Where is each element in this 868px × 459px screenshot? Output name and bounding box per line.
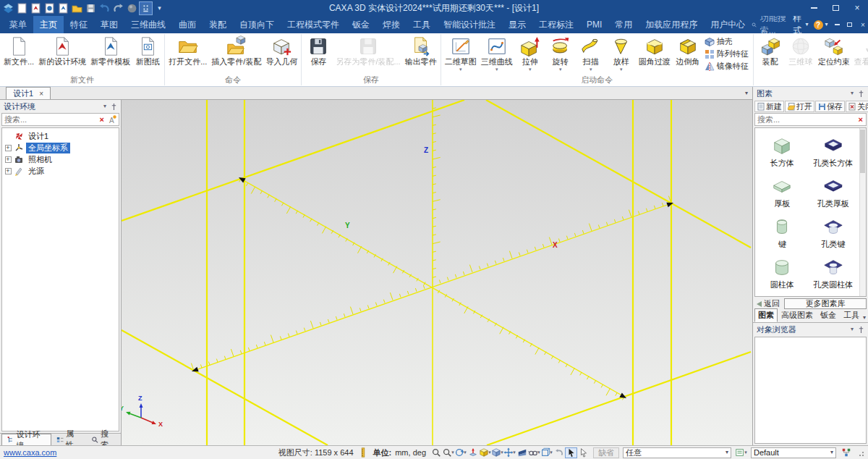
ribbon-tab-PMI[interactable]: PMI <box>580 16 608 33</box>
new-drawing-icon[interactable] <box>57 2 69 14</box>
catalog-item-孔类键[interactable]: 孔类键 <box>808 216 859 250</box>
ribbon-tab-装配[interactable]: 装配 <box>203 16 233 33</box>
config-sheet-icon[interactable]: ▾ <box>735 447 747 458</box>
shaded-mode-icon[interactable]: ▾ <box>491 447 503 458</box>
ribbon-button-扫描[interactable]: 扫描▾ <box>576 34 606 72</box>
expand-icon[interactable]: + <box>5 145 12 151</box>
help-dropdown[interactable]: ? ▾ <box>814 20 828 30</box>
zoom-options-icon[interactable]: ▾ <box>442 447 454 458</box>
expand-icon[interactable]: + <box>5 168 12 174</box>
ribbon-tab-加载应用程序[interactable]: 加载应用程序 <box>639 16 704 33</box>
catalog-item-孔类圆柱体[interactable]: 孔类圆柱体 <box>808 257 859 290</box>
catalog-tab-钣金[interactable]: 钣金 <box>817 308 840 322</box>
ribbon-button-插入零件/装配[interactable]: 插入零件/装配 <box>209 34 263 67</box>
maximize-button[interactable] <box>825 1 846 15</box>
new-design-env-icon[interactable] <box>30 2 42 14</box>
selection-filter-combo[interactable]: 任意 ▾ <box>623 447 731 458</box>
ribbon-button-导入几何[interactable]: 导入几何 <box>263 34 299 67</box>
catalog-打开-button[interactable]: 打开 <box>785 101 814 112</box>
ribbon-tab-焊接[interactable]: 焊接 <box>376 16 407 33</box>
mdi-close-button[interactable]: × <box>859 19 867 30</box>
panel-tab-属性[interactable]: 属性 <box>51 434 86 445</box>
pin-icon[interactable] <box>858 90 864 98</box>
filter-icon[interactable]: A <box>107 114 117 125</box>
ribbon-tab-三维曲线[interactable]: 三维曲线 <box>124 16 172 33</box>
catalog-tab-图素[interactable]: 图素 <box>754 308 778 322</box>
ribbon-button-边倒角[interactable]: 边倒角 <box>673 34 703 67</box>
ribbon-tab-特征[interactable]: 特征 <box>64 16 94 33</box>
ribbon-button-二维草图[interactable]: 二维草图▾ <box>443 34 479 72</box>
save-icon[interactable] <box>85 2 97 14</box>
pin-icon[interactable] <box>111 103 117 111</box>
catalog-search-input[interactable] <box>755 115 856 124</box>
ribbon-button-新文件...[interactable]: 新文件... <box>1 34 36 67</box>
catalog-item-圆柱体[interactable]: 圆柱体 <box>757 257 808 290</box>
scrollbar-thumb[interactable] <box>860 130 865 173</box>
panel-tab-设计环境[interactable]: 设计环境 <box>1 434 51 445</box>
catalog-tab-overflow-icon[interactable]: ▾ <box>863 314 868 322</box>
tree-item-设计1[interactable]: 设计1 <box>4 130 117 142</box>
redo-icon[interactable] <box>112 2 124 14</box>
zoom-icon[interactable] <box>430 447 442 458</box>
mdi-restore-button[interactable] <box>846 19 854 30</box>
render-sphere-icon[interactable] <box>126 2 138 14</box>
collapse-icon[interactable]: ▾ <box>851 327 854 332</box>
new-file-icon[interactable] <box>16 2 28 14</box>
collapse-icon[interactable]: ▾ <box>851 90 854 96</box>
tree-search-input[interactable] <box>2 115 97 124</box>
clear-search-icon[interactable]: × <box>97 115 107 124</box>
view-cube-icon[interactable]: ▾ <box>540 447 553 458</box>
ribbon-button-阵列特征[interactable]: 阵列特征 <box>705 49 749 59</box>
back-button[interactable]: 返回 <box>754 298 782 309</box>
ribbon-tab-常用[interactable]: 常用 <box>608 16 639 33</box>
orbit-view-icon[interactable]: ▾ <box>454 447 467 458</box>
ribbon-button-圆角过渡[interactable]: 圆角过渡 <box>637 34 673 67</box>
tree-item-光源[interactable]: +光源 <box>4 165 117 177</box>
ribbon-button-新零件模板[interactable]: 新零件模板 <box>88 34 132 67</box>
config-combo[interactable]: Default ▾ <box>751 447 836 458</box>
pin-icon[interactable] <box>858 326 864 334</box>
catalog-tab-工具[interactable]: 工具 <box>840 308 863 322</box>
panel-tab-搜索[interactable]: 搜索 <box>86 434 121 445</box>
caxa-link[interactable]: www.caxa.com <box>4 448 56 457</box>
tree-item-照相机[interactable]: +照相机 <box>4 153 117 165</box>
ribbon-button-放样[interactable]: 放样▾ <box>606 34 637 72</box>
expand-icon[interactable]: + <box>5 156 12 163</box>
ribbon-button-保存[interactable]: 保存 <box>303 34 333 67</box>
open-file-icon[interactable] <box>71 2 83 14</box>
catalog-item-厚板[interactable]: 厚板 <box>757 176 808 209</box>
ribbon-tab-智能设计批注[interactable]: 智能设计批注 <box>437 16 502 33</box>
ribbon-button-新的设计环境[interactable]: 新的设计环境 <box>36 34 88 67</box>
reset-view-icon[interactable] <box>553 447 565 458</box>
ribbon-tab-菜单[interactable]: 菜单 <box>3 16 33 33</box>
ribbon-tab-草图[interactable]: 草图 <box>94 16 124 33</box>
ribbon-button-拉伸[interactable]: 拉伸▾ <box>515 34 545 72</box>
ribbon-button-输出零件[interactable]: 输出零件 <box>403 34 439 67</box>
qat-more-icon[interactable]: ▾ <box>153 2 166 14</box>
pick-cursor-icon[interactable] <box>577 447 590 458</box>
ribbon-button-新图纸[interactable]: 新图纸 <box>132 34 163 67</box>
ribbon-tab-工程模式零件[interactable]: 工程模式零件 <box>281 16 346 33</box>
ribbon-tab-曲面[interactable]: 曲面 <box>172 16 203 33</box>
3d-viewport[interactable]: XYZZXY <box>122 100 752 445</box>
stereo-view-icon[interactable]: ▾ <box>528 447 540 458</box>
catalog-tab-高级图素[interactable]: 高级图素 <box>778 308 817 322</box>
ribbon-tab-用户中心[interactable]: 用户中心 <box>704 16 752 33</box>
close-icon[interactable]: × <box>39 90 43 98</box>
minimize-button[interactable] <box>803 1 825 15</box>
mdi-minimize-button[interactable] <box>833 19 841 30</box>
ribbon-tab-工具[interactable]: 工具 <box>407 16 437 33</box>
more-catalogs-button[interactable]: 更多图素库 <box>784 298 867 309</box>
tree-item-全局坐标系[interactable]: +全局坐标系 <box>4 142 117 153</box>
display-mode-icon[interactable]: ▾ <box>479 447 491 458</box>
perspective-icon[interactable] <box>516 447 528 458</box>
select-cursor-icon[interactable] <box>565 447 577 458</box>
tabstrip-menu-icon[interactable]: ▾ <box>745 90 748 96</box>
structure-icon[interactable] <box>840 447 852 458</box>
document-tab[interactable]: 设计1 × <box>6 87 51 99</box>
catalog-item-孔类长方体[interactable]: 孔类长方体 <box>808 135 859 169</box>
ribbon-button-装配[interactable]: 装配 <box>755 34 786 67</box>
collapse-icon[interactable]: ▾ <box>103 104 106 109</box>
grid-toggle-icon[interactable] <box>140 2 152 14</box>
resize-grip[interactable] <box>856 448 864 457</box>
